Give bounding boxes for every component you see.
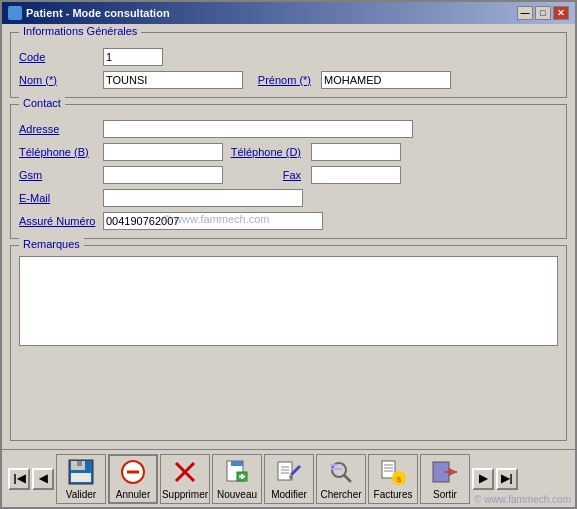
label-adresse: Adresse xyxy=(19,123,99,135)
modify-label: Modifier xyxy=(271,489,307,500)
search-icon xyxy=(326,457,356,487)
nav-group-left: |◀ ◀ xyxy=(8,468,54,490)
save-label: Valider xyxy=(66,489,96,500)
input-assure[interactable] xyxy=(103,212,323,230)
delete-label: Supprimer xyxy=(162,489,208,500)
search-label: Chercher xyxy=(320,489,361,500)
close-button[interactable]: ✕ xyxy=(553,6,569,20)
section-contact-legend: Contact xyxy=(19,97,65,109)
cancel-icon xyxy=(118,457,148,487)
label-gsm: Gsm xyxy=(19,169,99,181)
modify-button[interactable]: Modifier xyxy=(264,454,314,504)
delete-button[interactable]: Supprimer xyxy=(160,454,210,504)
save-icon xyxy=(66,457,96,487)
label-nom: Nom (*) xyxy=(19,74,99,86)
svg-rect-22 xyxy=(330,464,338,466)
invoice-icon: $ xyxy=(378,457,408,487)
input-fax[interactable] xyxy=(311,166,401,184)
maximize-button[interactable]: □ xyxy=(535,6,551,20)
label-fax: Fax xyxy=(227,169,307,181)
svg-rect-3 xyxy=(71,473,91,482)
svg-rect-23 xyxy=(330,468,342,470)
minimize-button[interactable]: — xyxy=(517,6,533,20)
title-bar-controls: — □ ✕ xyxy=(517,6,569,20)
exit-button[interactable]: Sortir xyxy=(420,454,470,504)
input-nom[interactable] xyxy=(103,71,243,89)
row-assure: Assuré Numéro © www.fammech.com xyxy=(19,212,558,230)
input-email[interactable] xyxy=(103,189,303,207)
section-remarques-legend: Remarques xyxy=(19,238,84,250)
label-code: Code xyxy=(19,51,99,63)
row-adresse: Adresse xyxy=(19,120,558,138)
input-tel-d[interactable] xyxy=(311,143,401,161)
input-adresse[interactable] xyxy=(103,120,413,138)
section-remarques: Remarques xyxy=(10,245,567,441)
exit-label: Sortir xyxy=(433,489,457,500)
label-assure: Assuré Numéro xyxy=(19,215,99,227)
delete-icon xyxy=(170,457,200,487)
title-bar-text: Patient - Mode consultation xyxy=(8,6,170,20)
row-email: E-Mail xyxy=(19,189,558,207)
main-window: Patient - Mode consultation — □ ✕ Inform… xyxy=(0,0,577,509)
section-general-legend: Informations Générales xyxy=(19,25,141,37)
nav-last-button[interactable]: ▶| xyxy=(496,468,518,490)
new-button[interactable]: Nouveau xyxy=(212,454,262,504)
section-general: Informations Générales Code Nom (*) Prén… xyxy=(10,32,567,98)
svg-line-21 xyxy=(344,475,351,482)
label-tel-d: Téléphone (D) xyxy=(227,146,307,158)
window-title: Patient - Mode consultation xyxy=(26,7,170,19)
cancel-label: Annuler xyxy=(116,489,150,500)
remarques-input[interactable] xyxy=(19,256,558,346)
modify-icon xyxy=(274,457,304,487)
title-bar: Patient - Mode consultation — □ ✕ xyxy=(2,2,575,24)
label-tel-b: Téléphone (B) xyxy=(19,146,99,158)
invoice-button[interactable]: $ Factures xyxy=(368,454,418,504)
row-gsm: Gsm Fax xyxy=(19,166,558,184)
svg-rect-2 xyxy=(77,461,82,466)
input-prenom[interactable] xyxy=(321,71,451,89)
input-tel-b[interactable] xyxy=(103,143,223,161)
toolbar: |◀ ◀ Valider Annuler xyxy=(2,449,575,507)
row-nom: Nom (*) Prénom (*) xyxy=(19,71,558,89)
new-icon xyxy=(222,457,252,487)
cancel-button[interactable]: Annuler xyxy=(108,454,158,504)
new-label: Nouveau xyxy=(217,489,257,500)
search-button[interactable]: Chercher xyxy=(316,454,366,504)
main-content: Informations Générales Code Nom (*) Prén… xyxy=(2,24,575,449)
app-icon xyxy=(8,6,22,20)
nav-group-right: ▶ ▶| xyxy=(472,468,518,490)
row-telephone: Téléphone (B) Téléphone (D) xyxy=(19,143,558,161)
row-code: Code xyxy=(19,48,558,66)
invoice-label: Factures xyxy=(374,489,413,500)
label-email: E-Mail xyxy=(19,192,99,204)
save-button[interactable]: Valider xyxy=(56,454,106,504)
label-prenom: Prénom (*) xyxy=(247,74,317,86)
remarques-container xyxy=(19,256,558,348)
nav-next-button[interactable]: ▶ xyxy=(472,468,494,490)
input-gsm[interactable] xyxy=(103,166,223,184)
exit-icon xyxy=(430,457,460,487)
section-contact: Contact Adresse Téléphone (B) Téléphone … xyxy=(10,104,567,239)
nav-prev-button[interactable]: ◀ xyxy=(32,468,54,490)
svg-text:$: $ xyxy=(397,475,402,484)
input-code[interactable] xyxy=(103,48,163,66)
nav-first-button[interactable]: |◀ xyxy=(8,468,30,490)
